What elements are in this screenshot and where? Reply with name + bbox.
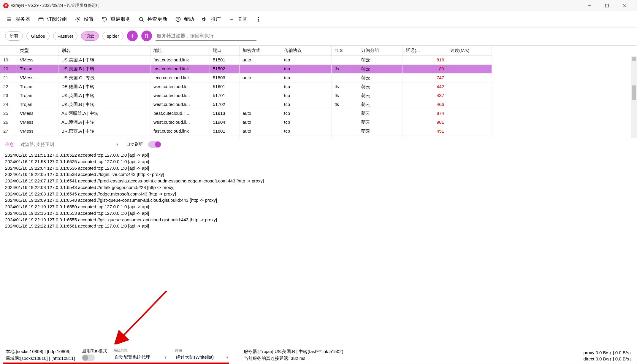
table-cell[interactable]: 27 xyxy=(0,127,17,136)
table-cell[interactable]: VMess xyxy=(17,118,58,127)
table-cell[interactable]: 21 xyxy=(0,74,17,82)
table-cell[interactable]: 580 xyxy=(403,136,447,138)
table-cell[interactable]: 22 xyxy=(0,82,17,91)
table-cell[interactable]: tcp xyxy=(281,65,332,74)
table-cell[interactable]: west.cutecloud.li... xyxy=(150,118,210,127)
table-cell[interactable] xyxy=(240,100,281,109)
col-delay[interactable]: 延迟(... xyxy=(403,46,447,56)
table-cell[interactable] xyxy=(447,74,492,82)
chip-mengyun[interactable]: 萌云 xyxy=(81,31,99,41)
table-cell[interactable]: AU.澳洲.A | 中转 xyxy=(58,118,150,127)
table-cell[interactable]: tls xyxy=(332,65,358,74)
table-cell[interactable]: 51801 xyxy=(210,127,240,136)
table-cell[interactable]: 23 xyxy=(0,91,17,100)
tun-toggle[interactable] xyxy=(82,355,95,361)
table-cell[interactable]: Trojan xyxy=(17,136,58,138)
table-cell[interactable]: 981 xyxy=(403,118,447,127)
table-cell[interactable]: 20 xyxy=(0,65,17,74)
table-cell[interactable] xyxy=(447,56,492,65)
col-alias[interactable]: 别名 xyxy=(58,46,150,56)
table-cell[interactable]: auto xyxy=(240,118,281,127)
chip-all[interactable]: 所有 xyxy=(5,31,23,41)
table-cell[interactable] xyxy=(240,136,281,138)
table-cell[interactable]: 874 xyxy=(403,109,447,118)
table-cell[interactable]: tls xyxy=(332,82,358,91)
system-proxy-dropdown[interactable]: 自动配置系统代理 xyxy=(113,354,164,361)
table-cell[interactable]: 51904 xyxy=(210,118,240,127)
table-cell[interactable]: tcp xyxy=(281,118,332,127)
table-cell[interactable]: tls xyxy=(332,136,358,138)
server-filter-input[interactable] xyxy=(156,31,256,41)
table-cell[interactable]: 25 xyxy=(0,109,17,118)
table-cell[interactable]: west.cutecloud.li... xyxy=(150,91,210,100)
table-cell[interactable]: west.cutecloud.li... xyxy=(150,82,210,91)
subscription-group-menu[interactable]: 订阅分组 xyxy=(38,16,67,23)
table-cell[interactable]: 51702 xyxy=(210,100,240,109)
col-type[interactable]: 类型 xyxy=(17,46,58,56)
info-tab[interactable]: 信息 xyxy=(5,142,14,147)
scroll-thumb[interactable] xyxy=(632,85,636,100)
table-cell[interactable]: 51803 xyxy=(210,136,240,138)
table-cell[interactable]: tls xyxy=(332,100,358,109)
table-cell[interactable] xyxy=(447,91,492,100)
col-speed[interactable]: 速度(M/s) xyxy=(447,46,492,56)
table-cell[interactable]: VMess xyxy=(17,56,58,65)
table-cell[interactable]: 51701 xyxy=(210,91,240,100)
table-cell[interactable]: tcp xyxy=(281,109,332,118)
table-cell[interactable]: VMess xyxy=(17,74,58,82)
table-cell[interactable] xyxy=(332,109,358,118)
table-cell[interactable] xyxy=(332,127,358,136)
log-filter-input[interactable] xyxy=(19,141,114,148)
table-cell[interactable]: west.cutecloud.li... xyxy=(150,100,210,109)
table-cell[interactable]: VMess xyxy=(17,127,58,136)
check-update-button[interactable]: 检查更新 xyxy=(138,16,167,23)
table-cell[interactable]: auto xyxy=(240,56,281,65)
table-cell[interactable]: BR.巴西.A | 中转 xyxy=(58,127,150,136)
table-cell[interactable]: 萌云 xyxy=(358,74,403,82)
route-dropdown[interactable]: 绕过大陆(Whitelist) xyxy=(175,354,226,361)
add-subscription-button[interactable] xyxy=(127,31,138,41)
table-cell[interactable]: 51913 xyxy=(210,109,240,118)
table-cell[interactable]: 28 xyxy=(0,136,17,138)
table-cell[interactable]: tcp xyxy=(281,127,332,136)
table-cell[interactable] xyxy=(447,127,492,136)
table-cell[interactable] xyxy=(332,74,358,82)
table-cell[interactable]: 萌云 xyxy=(358,91,403,100)
table-cell[interactable] xyxy=(240,91,281,100)
table-cell[interactable]: 51601 xyxy=(210,82,240,91)
table-cell[interactable]: 24 xyxy=(0,100,17,109)
table-cell[interactable]: DE.德国.A | 中转 xyxy=(58,82,150,91)
table-cell[interactable]: 萌云 xyxy=(358,109,403,118)
table-cell[interactable]: VMess xyxy=(17,109,58,118)
table-cell[interactable]: 19 xyxy=(0,56,17,65)
table-scrollbar[interactable] xyxy=(631,56,637,138)
table-cell[interactable]: US.美国.A | 中转 xyxy=(58,56,150,65)
minimize-button[interactable] xyxy=(580,0,598,11)
table-cell[interactable]: 51503 xyxy=(210,74,240,82)
table-cell[interactable]: best.cutecloud.li... xyxy=(150,109,210,118)
col-tls[interactable]: TLS xyxy=(332,46,358,56)
table-cell[interactable]: 89 xyxy=(403,65,447,74)
chip-fastnet[interactable]: FastNet xyxy=(53,32,78,40)
col-enc[interactable]: 加密方式 xyxy=(240,46,281,56)
table-cell[interactable]: 451 xyxy=(403,127,447,136)
table-cell[interactable]: 51502 xyxy=(210,65,240,74)
table-cell[interactable]: tls xyxy=(332,91,358,100)
table-cell[interactable] xyxy=(447,109,492,118)
table-cell[interactable] xyxy=(447,118,492,127)
table-cell[interactable]: 816 xyxy=(403,56,447,65)
table-cell[interactable]: UK.英国.B | 中转 xyxy=(58,100,150,109)
close-window-button[interactable] xyxy=(616,0,634,11)
table-cell[interactable]: AE.阿联酋.A | 中转 xyxy=(58,109,150,118)
table-cell[interactable]: 747 xyxy=(403,74,447,82)
table-cell[interactable] xyxy=(332,118,358,127)
help-menu[interactable]: 帮助 xyxy=(175,16,194,23)
table-cell[interactable]: US.美国.C | 专线 xyxy=(58,74,150,82)
table-cell[interactable]: 萌云 xyxy=(358,82,403,91)
table-cell[interactable]: tcp xyxy=(281,74,332,82)
col-sub[interactable]: 订阅分组 xyxy=(358,46,403,56)
table-cell[interactable]: Trojan xyxy=(17,91,58,100)
scroll-up-arrow[interactable] xyxy=(632,57,636,61)
col-addr[interactable]: 地址 xyxy=(150,46,210,56)
table-cell[interactable]: CL.智利.A | 中转 xyxy=(58,136,150,138)
